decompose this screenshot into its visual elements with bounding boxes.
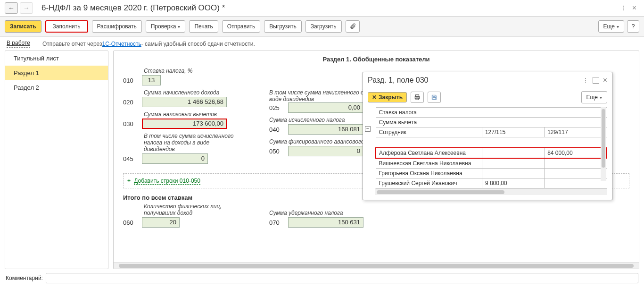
print-button[interactable]: Печать: [189, 20, 218, 33]
popup-close-icon[interactable]: ×: [603, 76, 607, 85]
col-b[interactable]: 129/117: [545, 127, 607, 137]
sidebar-item-section2[interactable]: Раздел 2: [5, 80, 108, 95]
content-hscroll[interactable]: [114, 262, 639, 269]
cell-a: 9 800,00: [482, 178, 544, 188]
code-010: 010: [123, 77, 138, 84]
field-050[interactable]: 0: [288, 146, 363, 156]
add-lines-link[interactable]: Добавить строки 010-050: [134, 178, 200, 185]
cell-name: Алфёрова Светлана Алексеевна: [376, 148, 482, 158]
label-030: Сумма налоговых вычетов: [123, 111, 241, 118]
plus-icon: +: [127, 178, 131, 184]
nav-back-button[interactable]: ←: [5, 2, 18, 14]
import-button[interactable]: Загрузить: [305, 20, 342, 33]
cell-b: 84 000,00: [545, 148, 607, 158]
code-045: 045: [123, 155, 138, 162]
field-010[interactable]: 13: [142, 75, 161, 85]
more-button[interactable]: Еще: [598, 20, 624, 33]
fill-button[interactable]: Заполнить: [45, 20, 88, 33]
th-rate: Ставка налога: [376, 108, 607, 118]
table-row[interactable]: Алфёрова Светлана Алексеевна 84 000,00: [376, 148, 607, 158]
popup-kebab-icon[interactable]: [582, 75, 589, 85]
cell-name: Вишневская Светлана Николаевна: [376, 158, 482, 169]
field-020[interactable]: 1 466 526,68: [142, 97, 227, 107]
send-button[interactable]: Отправить: [222, 20, 261, 33]
popup-maximize-icon[interactable]: [593, 77, 599, 84]
code-025: 025: [269, 104, 284, 111]
comment-bar: Комментарий:: [0, 269, 644, 286]
svg-rect-3: [433, 95, 435, 96]
status-hint-suffix: - самый удобный способ сдачи отчетности.: [141, 41, 255, 47]
sidebar: Титульный лист Раздел 1 Раздел 2: [5, 51, 108, 269]
table-row[interactable]: Грушевский Сергей Иванович 9 800,00: [376, 178, 607, 188]
label-070: Сумма удержанного налога: [269, 210, 392, 216]
section-title: Раздел 1. Обобщенные показатели: [123, 55, 629, 63]
cell-a: [482, 168, 544, 178]
label-020: Сумма начисленного дохода: [123, 89, 241, 96]
close-icon[interactable]: ×: [629, 2, 639, 14]
cell-name: Грушевский Сергей Иванович: [376, 178, 482, 188]
status-bar: В работе Отправьте отчет через 1С-Отчетн…: [0, 37, 644, 51]
popup-hscroll[interactable]: [375, 188, 607, 195]
svg-rect-4: [433, 98, 436, 100]
status-hint-prefix: Отправьте отчет через: [42, 41, 102, 47]
page-title: 6-НДФЛ за 9 месяцев 2020 г. (Петровский …: [41, 3, 225, 13]
table-row[interactable]: Вишневская Светлана Николаевна: [376, 158, 607, 169]
cell-b: [545, 168, 607, 178]
help-button[interactable]: ?: [627, 20, 639, 33]
cell-a: [482, 148, 544, 158]
th-sum: Сумма вычета: [376, 118, 607, 127]
table-row[interactable]: Григорьева Оксана Николаевна: [376, 168, 607, 178]
label-045: В том числе сумма исчисленного налога на…: [123, 133, 241, 153]
decode-button[interactable]: Расшифровать: [92, 20, 142, 33]
status-hint-link[interactable]: 1С-Отчетность: [102, 41, 141, 47]
cell-name: Григорьева Оксана Николаевна: [376, 168, 482, 178]
comment-label: Комментарий:: [6, 275, 43, 281]
check-button[interactable]: Проверка: [146, 20, 186, 33]
nav-forward-button[interactable]: →: [20, 2, 33, 14]
popup-vscroll[interactable]: [601, 107, 606, 181]
attach-icon[interactable]: [346, 20, 360, 33]
popup-print-icon[interactable]: [411, 92, 424, 103]
col-employee[interactable]: Сотрудник: [376, 127, 482, 137]
field-060[interactable]: 20: [142, 217, 180, 228]
code-050: 050: [269, 148, 284, 155]
cell-b: [545, 178, 607, 188]
field-030[interactable]: 173 600,00: [142, 119, 227, 129]
field-040[interactable]: 168 081: [288, 124, 363, 135]
comment-input[interactable]: [46, 273, 638, 283]
content-panel: Раздел 1. Обобщенные показатели Ставка н…: [113, 51, 639, 269]
popup-save-icon[interactable]: [428, 92, 441, 103]
cell-a: [482, 158, 544, 169]
popup-close-label: Закрыть: [379, 94, 403, 101]
main-toolbar: Записать Заполнить Расшифровать Проверка…: [0, 17, 644, 37]
field-045[interactable]: 0: [142, 153, 208, 164]
label-060: Количество физических лиц, получивших до…: [123, 203, 241, 216]
export-button[interactable]: Выгрузить: [264, 20, 302, 33]
code-020: 020: [123, 99, 138, 106]
field-070[interactable]: 150 631: [288, 217, 363, 228]
code-030: 030: [123, 120, 138, 127]
sidebar-item-section1[interactable]: Раздел 1: [5, 66, 108, 80]
col-a[interactable]: 127/115: [482, 127, 544, 137]
title-bar: ← → 6-НДФЛ за 9 месяцев 2020 г. (Петровс…: [0, 0, 644, 17]
status-in-work[interactable]: В работе: [7, 40, 30, 48]
popup-title: Разд. 1, поле 030: [368, 76, 428, 85]
detail-popup: Разд. 1, поле 030 × ✕ Закрыть: [363, 72, 612, 200]
kebab-menu-icon[interactable]: [620, 3, 627, 13]
sidebar-item-title[interactable]: Титульный лист: [5, 51, 108, 66]
cell-b: [545, 158, 607, 169]
code-060: 060: [123, 219, 138, 226]
code-040: 040: [269, 126, 284, 133]
detail-table: Ставка налога Сумма вычета Сотрудник 127…: [375, 107, 607, 188]
field-025[interactable]: 0,00: [288, 102, 363, 113]
popup-more-button[interactable]: Еще: [581, 91, 607, 103]
code-070: 070: [269, 219, 284, 226]
empty-row: [376, 137, 607, 148]
save-button[interactable]: Записать: [5, 20, 41, 33]
popup-close-button[interactable]: ✕ Закрыть: [368, 92, 407, 102]
